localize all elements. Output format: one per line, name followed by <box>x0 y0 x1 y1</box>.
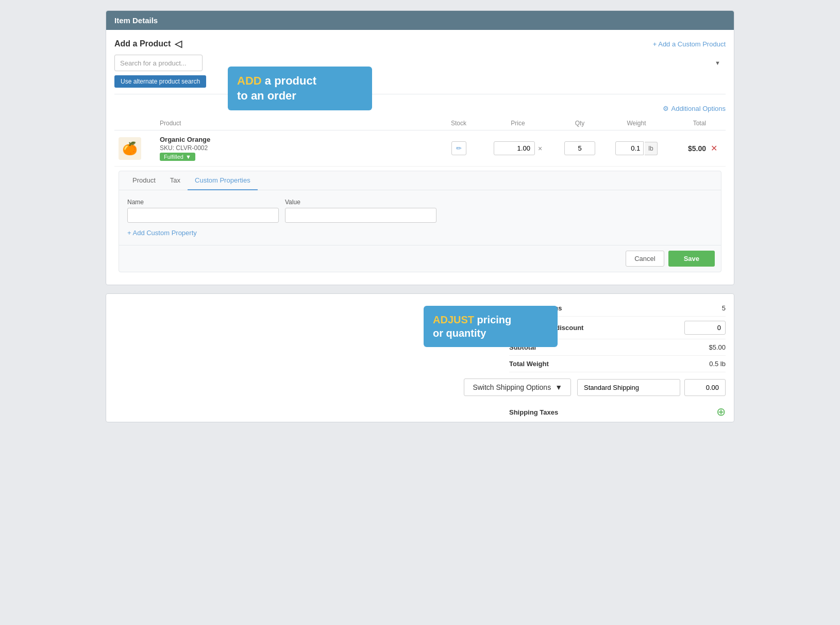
stock-cell: ✏ <box>433 141 484 155</box>
product-row: 🍊 Organic Orange SKU: CLVR-0002 Fulfille… <box>114 130 726 167</box>
tab-content-custom-properties: Name Value + Add Custom Property <box>119 190 721 245</box>
product-total: $5.00 <box>688 144 706 153</box>
col-header-empty <box>119 120 160 127</box>
add-product-label: Add a Product <box>114 39 171 48</box>
tabs-nav: Product Tax Custom Properties <box>119 171 721 190</box>
shipping-name-input[interactable] <box>577 379 680 396</box>
table-header: Product Stock Price Qty Weight Total <box>114 117 726 130</box>
product-info: Organic Orange SKU: CLVR-0002 Fulfilled … <box>160 136 433 161</box>
coupon-input[interactable] <box>684 321 726 335</box>
total-weight-row: Total Weight 0.5 lb <box>509 356 726 372</box>
value-label: Value <box>285 199 436 206</box>
col-header-price: Price <box>484 120 551 127</box>
tab-tax[interactable]: Tax <box>163 171 188 190</box>
arrow-annotation-icon: ◁ <box>175 38 182 50</box>
delete-product-button[interactable]: ✕ <box>711 144 717 153</box>
fulfilled-badge[interactable]: Fulfilled ▼ <box>160 153 195 161</box>
additional-options-link[interactable]: ⚙ Additional Options <box>663 105 726 112</box>
product-name: Organic Orange <box>160 136 433 143</box>
col-header-weight: Weight <box>608 120 665 127</box>
tooltip-adjust: ADJUST pricingor quantity <box>424 306 558 347</box>
search-row: Search for a product... ▼ <box>114 55 726 71</box>
switch-shipping-label: Switch Shipping Options <box>473 383 551 391</box>
summary-section: Number of Items 5 Coupon - Cart discount… <box>106 294 734 372</box>
switch-shipping-arrow: ▼ <box>555 383 562 391</box>
multiply-sign: × <box>538 144 542 153</box>
additional-options-label: Additional Options <box>671 105 726 112</box>
product-search-input[interactable]: Search for a product... <box>114 55 203 71</box>
add-custom-product-link[interactable]: + Add a Custom Product <box>653 40 726 48</box>
alt-search-button[interactable]: Use alternate product search <box>114 75 206 88</box>
col-header-product: Product <box>160 120 433 127</box>
qty-input[interactable] <box>564 141 595 155</box>
price-input[interactable] <box>494 141 535 155</box>
product-sku: SKU: CLVR-0002 <box>160 144 433 152</box>
panel-title-text: Item Details <box>114 16 158 25</box>
col-header-actions <box>706 120 721 127</box>
shipping-cost-input[interactable] <box>684 379 726 396</box>
add-custom-property-link[interactable]: + Add Custom Property <box>127 229 197 237</box>
col-header-stock: Stock <box>433 120 484 127</box>
tooltip1-highlight: ADD <box>237 74 262 87</box>
panel-title: Item Details <box>106 11 734 30</box>
col-header-qty: Qty <box>551 120 608 127</box>
qty-cell <box>551 141 608 155</box>
gear-icon: ⚙ <box>663 105 669 112</box>
shipping-taxes-row: Shipping Taxes ⊕ <box>106 402 734 422</box>
tab-product[interactable]: Product <box>125 171 163 190</box>
value-field-group: Value <box>285 199 436 223</box>
add-product-title: Add a Product ◁ <box>114 38 182 50</box>
delete-cell: ✕ <box>706 143 721 153</box>
total-weight-label: Total Weight <box>509 360 549 368</box>
shipping-options-group <box>577 379 726 396</box>
tooltip-add-product: ADD a productto an order <box>228 67 372 110</box>
name-label: Name <box>127 199 279 206</box>
product-emoji: 🍊 <box>122 141 138 156</box>
additional-options-row: ⚙ Additional Options <box>114 101 726 117</box>
shipping-taxes-label: Shipping Taxes <box>509 408 558 416</box>
col-header-total: Total <box>665 120 706 127</box>
weight-cell: lb <box>608 141 665 155</box>
switch-shipping-button[interactable]: Switch Shipping Options ▼ <box>464 379 571 396</box>
name-field-group: Name <box>127 199 279 223</box>
custom-property-form: Name Value <box>127 199 436 223</box>
cancel-button[interactable]: Cancel <box>626 251 664 267</box>
badge-dropdown-arrow: ▼ <box>186 154 191 160</box>
tab-actions: Cancel Save <box>119 245 721 272</box>
fulfilled-label: Fulfilled <box>164 154 183 160</box>
total-cell: $5.00 <box>665 144 706 153</box>
tooltip2-highlight: ADJUST <box>433 314 474 325</box>
custom-property-name-input[interactable] <box>127 208 279 223</box>
weight-input[interactable] <box>615 141 644 155</box>
save-button[interactable]: Save <box>668 251 715 267</box>
num-items-value: 5 <box>722 304 726 312</box>
summary-panel: Number of Items 5 Coupon - Cart discount… <box>106 293 734 422</box>
custom-property-value-input[interactable] <box>285 208 436 223</box>
select-dropdown-arrow: ▼ <box>715 60 720 66</box>
shipping-row: Switch Shipping Options ▼ <box>106 372 734 402</box>
subtotal-value: $5.00 <box>709 343 726 351</box>
weight-unit-label: lb <box>645 142 657 155</box>
total-weight-value: 0.5 lb <box>709 360 726 368</box>
price-cell: × <box>484 141 551 155</box>
product-image: 🍊 <box>119 137 141 160</box>
add-shipping-tax-button[interactable]: ⊕ <box>716 406 726 418</box>
tab-custom-properties[interactable]: Custom Properties <box>188 171 258 190</box>
tabs-section: Product Tax Custom Properties Name Value <box>119 171 721 272</box>
edit-stock-button[interactable]: ✏ <box>451 141 466 155</box>
add-product-header: Add a Product ◁ + Add a Custom Product <box>114 38 726 50</box>
